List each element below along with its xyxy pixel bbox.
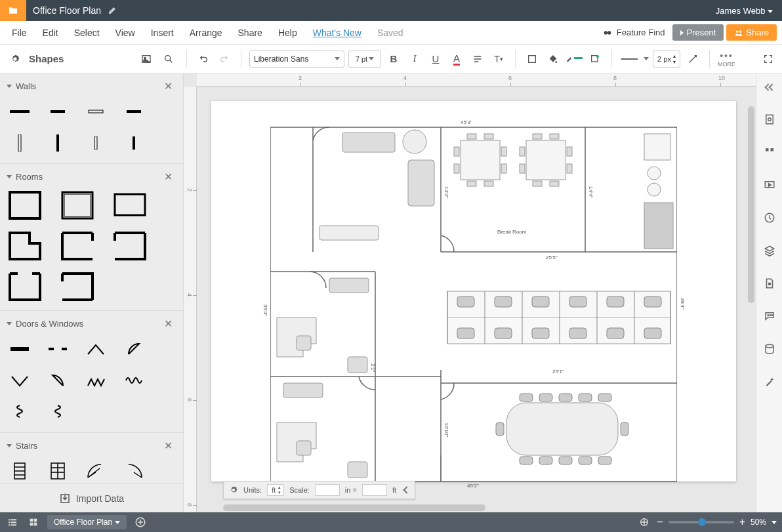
stair-shape[interactable] — [45, 459, 71, 483]
room-shape[interactable] — [7, 190, 43, 221]
menu-file[interactable]: File — [5, 24, 33, 42]
stair-shape[interactable] — [7, 459, 33, 483]
wall-shape[interactable] — [121, 99, 147, 124]
connector-icon[interactable] — [684, 51, 701, 68]
menu-arrange[interactable]: Arrange — [183, 24, 229, 42]
import-data-button[interactable]: Import Data — [0, 483, 183, 512]
add-page-icon[interactable] — [133, 515, 148, 529]
feature-find[interactable]: Feature Find — [597, 25, 670, 41]
undo-icon[interactable] — [195, 51, 212, 68]
data-icon[interactable] — [760, 340, 779, 358]
magic-icon[interactable] — [760, 373, 779, 391]
italic-icon[interactable]: I — [406, 51, 423, 68]
room-shape[interactable] — [59, 230, 96, 262]
wall-shape[interactable] — [7, 131, 33, 155]
door-shape[interactable] — [7, 337, 33, 361]
line-color-icon[interactable] — [566, 51, 583, 68]
chat-icon[interactable] — [760, 307, 779, 325]
menu-whats-new[interactable]: What's New — [306, 24, 368, 42]
menu-share[interactable]: Share — [232, 24, 269, 42]
collapse-dock-icon[interactable] — [760, 77, 779, 96]
stair-shape[interactable] — [83, 459, 109, 483]
menu-help[interactable]: Help — [272, 24, 304, 42]
redo-icon[interactable] — [216, 51, 233, 68]
search-icon[interactable] — [160, 51, 177, 68]
wall-shape[interactable] — [7, 99, 33, 124]
room-shape[interactable] — [7, 230, 43, 262]
gear-icon[interactable] — [229, 485, 238, 495]
scrollbar-horizontal[interactable] — [197, 503, 736, 512]
door-shape[interactable] — [45, 368, 71, 393]
layers-icon[interactable] — [760, 241, 779, 260]
door-shape[interactable] — [83, 368, 109, 393]
ruler-horizontal[interactable]: 2 4 6 8 10 — [197, 73, 756, 87]
user-menu[interactable]: James Webb — [707, 6, 782, 16]
scrollbar-vertical[interactable] — [747, 87, 756, 503]
door-shape[interactable] — [45, 399, 71, 424]
door-shape[interactable] — [83, 337, 109, 361]
page-settings-icon[interactable] — [760, 110, 779, 129]
room-shape[interactable] — [7, 271, 43, 302]
door-shape[interactable] — [121, 368, 147, 393]
door-shape[interactable] — [121, 337, 147, 361]
shapes-settings-icon[interactable] — [7, 51, 24, 68]
room-shape[interactable] — [112, 230, 148, 262]
image-icon[interactable] — [138, 51, 155, 68]
text-style-icon[interactable]: T▾ — [490, 51, 507, 68]
section-doors-header[interactable]: Doors & Windows✕ — [0, 315, 183, 333]
room-shape[interactable] — [59, 271, 96, 302]
wall-shape[interactable] — [83, 99, 109, 124]
document-icon[interactable] — [760, 274, 779, 293]
door-shape[interactable] — [7, 368, 33, 393]
shape-outline-icon[interactable] — [524, 51, 541, 68]
scale-input-2[interactable] — [362, 484, 387, 496]
align-icon[interactable] — [469, 51, 486, 68]
close-icon[interactable]: ✕ — [164, 440, 173, 452]
stair-shape[interactable] — [121, 459, 147, 483]
font-size-select[interactable]: 7 pt — [348, 51, 381, 68]
menu-select[interactable]: Select — [68, 24, 106, 42]
close-icon[interactable]: ✕ — [164, 171, 173, 183]
door-shape[interactable] — [45, 337, 71, 361]
menu-view[interactable]: View — [109, 24, 142, 42]
presentation-icon[interactable] — [760, 176, 779, 194]
room-shape[interactable] — [112, 190, 148, 221]
comments-icon[interactable] — [760, 143, 779, 161]
present-button[interactable]: Present — [672, 24, 724, 41]
ruler-vertical[interactable]: 2 4 6 8 — [184, 87, 197, 512]
line-width-input[interactable]: 2 px▴▾ — [653, 51, 680, 68]
section-walls-header[interactable]: Walls✕ — [0, 77, 183, 95]
text-color-icon[interactable]: A — [448, 51, 465, 68]
page-tab[interactable]: Office Floor Plan — [47, 515, 127, 529]
folder-icon[interactable] — [0, 0, 26, 21]
close-icon[interactable]: ✕ — [164, 80, 173, 92]
wall-shape[interactable] — [45, 99, 71, 124]
wall-shape[interactable] — [45, 131, 71, 155]
door-shape[interactable] — [7, 399, 33, 424]
font-select[interactable]: Liberation Sans — [249, 51, 344, 68]
shape-options-icon[interactable] — [586, 51, 604, 68]
more-button[interactable]: •••MORE — [718, 51, 735, 68]
bold-icon[interactable]: B — [385, 51, 402, 68]
zoom-slider[interactable] — [669, 521, 734, 523]
list-view-icon[interactable] — [5, 515, 20, 529]
collapse-scalebar-icon[interactable] — [403, 486, 410, 493]
room-shape[interactable] — [59, 190, 96, 221]
section-stairs-header[interactable]: Stairs✕ — [0, 437, 183, 455]
canvas-page[interactable]: 45'3" Break Room 25'5" 39'4" 39'4" 14'4"… — [211, 101, 736, 481]
fullscreen-icon[interactable] — [760, 51, 777, 68]
zoom-in-icon[interactable]: + — [739, 516, 745, 528]
floor-plan-drawing[interactable]: 45'3" Break Room 25'5" 39'4" 39'4" 14'4"… — [270, 121, 677, 475]
zoom-level[interactable]: 50% — [751, 518, 766, 527]
share-button[interactable]: Share — [726, 24, 777, 41]
grid-view-icon[interactable] — [26, 515, 41, 529]
close-icon[interactable]: ✕ — [164, 317, 173, 330]
scale-input-1[interactable] — [315, 484, 340, 496]
units-select[interactable]: ft▴▾ — [267, 484, 284, 496]
zoom-fit-icon[interactable] — [637, 515, 651, 529]
fill-icon[interactable] — [545, 51, 562, 68]
menu-insert[interactable]: Insert — [144, 24, 180, 42]
zoom-out-icon[interactable]: − — [657, 516, 663, 528]
wall-shape[interactable] — [121, 131, 147, 155]
section-rooms-header[interactable]: Rooms✕ — [0, 168, 183, 186]
